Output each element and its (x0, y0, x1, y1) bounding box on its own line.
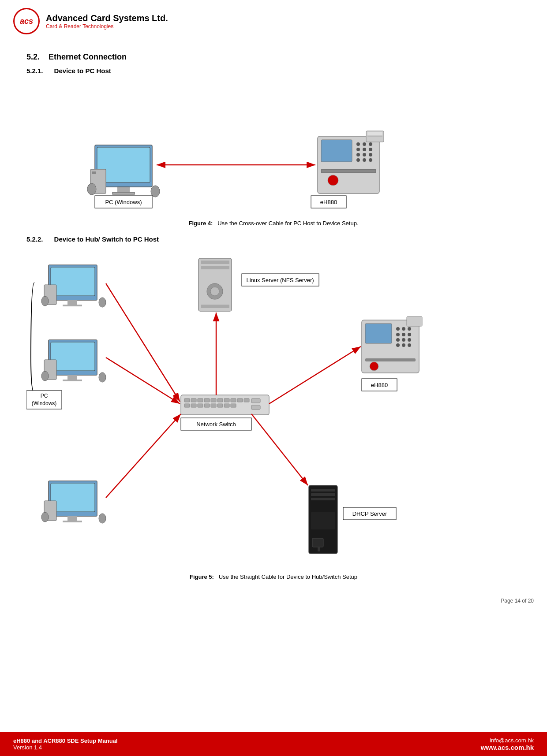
svg-rect-44 (51, 342, 95, 371)
svg-rect-25 (367, 132, 382, 135)
svg-point-83 (370, 362, 378, 371)
section-52-title: 5.2. Ethernet Connection (26, 52, 521, 62)
svg-point-42 (99, 298, 106, 307)
svg-rect-90 (198, 398, 203, 402)
svg-point-11 (363, 142, 366, 146)
svg-rect-65 (201, 305, 229, 308)
svg-rect-91 (204, 398, 210, 402)
svg-point-79 (396, 343, 400, 347)
svg-rect-62 (201, 266, 229, 269)
svg-rect-9 (321, 140, 352, 162)
svg-rect-112 (311, 493, 335, 496)
svg-rect-93 (217, 398, 223, 402)
svg-point-17 (363, 153, 366, 156)
footer-email: info@acs.com.hk (481, 737, 534, 744)
svg-point-49 (99, 372, 106, 382)
svg-point-71 (402, 327, 405, 331)
svg-point-76 (396, 338, 400, 342)
svg-text:PC: PC (41, 393, 48, 399)
svg-rect-105 (231, 404, 236, 407)
svg-point-80 (402, 343, 405, 347)
svg-rect-46 (63, 380, 82, 381)
footer-version: Version 1.4 (13, 744, 117, 751)
page-header: acs Advanced Card Systems Ltd. Card & Re… (0, 0, 547, 39)
svg-point-20 (363, 158, 366, 162)
svg-point-81 (408, 343, 411, 347)
fig5-svg: PC (Windows) Linux Server (NFS Server) (26, 252, 512, 569)
svg-line-124 (251, 414, 308, 485)
svg-rect-99 (191, 404, 196, 407)
section-521-title: 5.2.1. Device to PC Host (26, 67, 521, 74)
svg-rect-61 (201, 261, 229, 264)
figure-5-diagram: PC (Windows) Linux Server (NFS Server) (26, 252, 521, 569)
svg-rect-89 (191, 398, 196, 402)
footer-bar: eH880 and ACR880 SDE Setup Manual Versio… (0, 732, 547, 756)
footer-website: www.acs.com.hk (481, 744, 534, 751)
figure-5-caption: Figure 5: Use the Straight Cable for Dev… (26, 574, 521, 580)
svg-point-72 (408, 327, 411, 331)
fig4-svg: PC (Windows) eH880 (26, 83, 512, 216)
main-content: 5.2. Ethernet Connection 5.2.1. Device t… (0, 39, 547, 598)
svg-line-119 (106, 283, 180, 402)
svg-rect-106 (251, 398, 260, 403)
section-522-title: 5.2.2. Device to Hub/ Switch to PC Host (26, 235, 521, 243)
svg-point-41 (41, 296, 49, 306)
svg-text:(Windows): (Windows) (32, 400, 57, 406)
svg-rect-3 (112, 192, 135, 194)
svg-rect-95 (231, 398, 236, 402)
svg-point-16 (356, 153, 360, 156)
svg-rect-107 (251, 405, 260, 410)
svg-point-7 (151, 186, 160, 197)
svg-rect-103 (217, 404, 223, 407)
svg-text:eH880: eH880 (320, 199, 337, 205)
svg-point-13 (356, 148, 360, 151)
svg-rect-104 (224, 404, 229, 407)
svg-rect-116 (318, 547, 320, 551)
svg-point-14 (363, 148, 366, 151)
svg-rect-96 (237, 398, 243, 402)
svg-rect-101 (204, 404, 210, 407)
svg-point-74 (402, 333, 405, 336)
page-number: Page 14 of 20 (0, 598, 547, 604)
svg-rect-92 (211, 398, 216, 402)
figure-4-caption: Figure 4: Use the Cross-over Cable for P… (26, 220, 521, 227)
svg-rect-69 (365, 324, 392, 343)
footer-left: eH880 and ACR880 SDE Setup Manual Versio… (13, 737, 117, 751)
company-info: Advanced Card Systems Ltd. Card & Reader… (46, 13, 168, 30)
svg-rect-22 (321, 169, 376, 173)
svg-rect-102 (211, 404, 216, 407)
svg-point-21 (369, 158, 372, 162)
svg-text:Network Switch: Network Switch (196, 421, 236, 428)
svg-text:PC (Windows): PC (Windows) (105, 199, 142, 205)
svg-point-10 (356, 142, 360, 146)
svg-line-121 (106, 414, 181, 498)
figure-4-diagram: PC (Windows) eH880 (26, 83, 521, 216)
svg-rect-82 (365, 358, 416, 361)
svg-rect-39 (63, 305, 82, 306)
svg-point-6 (87, 183, 96, 195)
svg-rect-94 (224, 398, 229, 402)
svg-point-70 (396, 327, 400, 331)
svg-rect-111 (311, 489, 335, 492)
svg-rect-100 (198, 404, 203, 407)
svg-point-56 (99, 514, 106, 523)
svg-point-75 (408, 333, 411, 336)
svg-rect-84 (407, 317, 422, 326)
svg-point-73 (396, 333, 400, 336)
footer-right: info@acs.com.hk www.acs.com.hk (481, 737, 534, 751)
svg-rect-88 (184, 398, 190, 402)
svg-point-12 (369, 142, 372, 146)
svg-rect-115 (312, 538, 323, 547)
svg-text:Linux Server (NFS Server): Linux Server (NFS Server) (246, 277, 314, 283)
company-tagline: Card & Reader Technologies (46, 23, 168, 30)
svg-point-15 (369, 148, 372, 151)
svg-rect-97 (244, 398, 249, 402)
svg-rect-113 (311, 498, 335, 500)
svg-rect-2 (118, 187, 129, 192)
svg-text:eH880: eH880 (371, 382, 388, 388)
svg-rect-26 (367, 136, 382, 137)
svg-rect-53 (63, 521, 82, 522)
svg-point-55 (41, 512, 49, 522)
svg-text:DHCP Server: DHCP Server (352, 510, 387, 517)
company-name: Advanced Card Systems Ltd. (46, 13, 168, 23)
